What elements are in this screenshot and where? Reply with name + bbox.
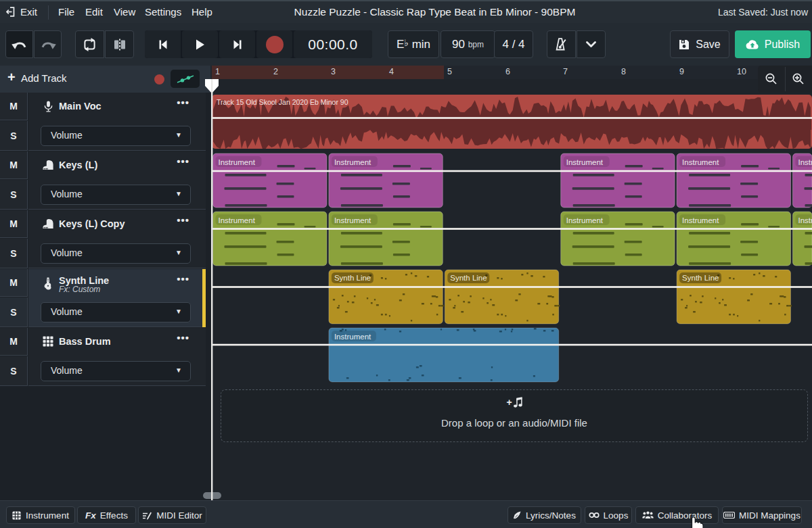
- svg-text:Synth Line: Synth Line: [334, 274, 371, 282]
- svg-text:Synth Line: Synth Line: [682, 274, 719, 282]
- svg-text:Instrument: Instrument: [682, 158, 719, 166]
- svg-text:Track 15 Old Skool Jan 2020 Eb: Track 15 Old Skool Jan 2020 Eb Minor 90: [217, 98, 348, 106]
- svg-text:Instrument: Instrument: [798, 158, 812, 166]
- svg-text:Instrument: Instrument: [334, 158, 371, 166]
- svg-text:Instrument: Instrument: [682, 216, 719, 224]
- svg-text:Instrument: Instrument: [219, 158, 256, 166]
- svg-text:Synth Line: Synth Line: [450, 274, 487, 282]
- svg-text:Instrument: Instrument: [798, 216, 812, 224]
- svg-text:Instrument: Instrument: [334, 333, 371, 341]
- svg-text:Instrument: Instrument: [334, 216, 371, 224]
- svg-text:Instrument: Instrument: [219, 216, 256, 224]
- svg-text:Instrument: Instrument: [566, 158, 604, 166]
- svg-text:Instrument: Instrument: [566, 216, 604, 224]
